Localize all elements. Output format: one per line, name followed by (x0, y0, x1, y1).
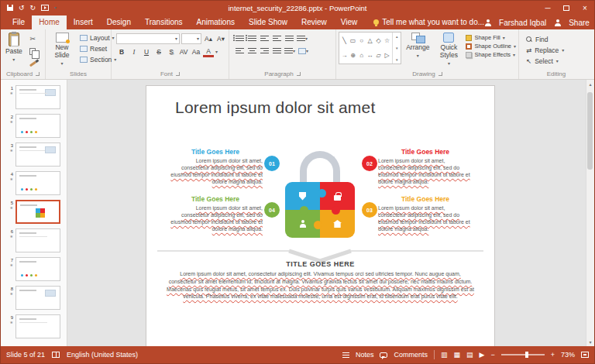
redo-icon[interactable]: ↻ (30, 5, 36, 12)
align-left-button[interactable] (234, 46, 245, 56)
zoom-out-button[interactable]: − (490, 351, 494, 359)
line-spacing-button[interactable] (284, 33, 294, 43)
copy-button[interactable] (27, 46, 39, 57)
tab-home[interactable]: Home (32, 15, 67, 29)
align-center-button[interactable] (246, 46, 257, 56)
tab-animations[interactable]: Animations (190, 15, 242, 29)
number-badge-04[interactable]: 04 (264, 202, 280, 218)
comments-button[interactable]: Comments (394, 351, 428, 359)
shrink-font-button[interactable]: A▾ (215, 34, 226, 44)
tab-view[interactable]: View (334, 15, 365, 29)
reading-view-button[interactable]: ▤ (466, 352, 473, 359)
thumbnail-slide-5-selected[interactable]: 5★ (4, 200, 67, 224)
bottom-title[interactable]: TITLE GOES HERE (146, 260, 494, 268)
justify-button[interactable] (271, 46, 282, 56)
decrease-indent-button[interactable] (259, 33, 270, 43)
text-block-top-right[interactable]: Title Goes Here Lorem ipsum dolor sit am… (378, 148, 473, 185)
number-badge-02[interactable]: 02 (362, 156, 377, 171)
text-block-bottom-left[interactable]: Title Goes Here Lorem ipsum dolor sit am… (168, 195, 263, 232)
paste-button[interactable]: Paste ▾ (3, 32, 25, 69)
shape-rectangle-icon[interactable]: ▭ (350, 37, 356, 44)
underline-button[interactable]: U (141, 47, 152, 57)
notes-button[interactable]: Notes (356, 351, 374, 359)
font-name-combobox[interactable]: ▾ (116, 33, 180, 44)
shape-star-icon[interactable]: ☆ (384, 37, 390, 44)
align-right-button[interactable] (259, 46, 270, 56)
thumbnail-slide-7[interactable]: 7★ (4, 257, 67, 281)
thumbnail-slide-2[interactable]: 2★ (4, 114, 67, 138)
shape-outline-button[interactable]: Shape Outline▾ (466, 43, 516, 50)
zoom-slider-thumb[interactable] (525, 352, 528, 358)
increase-indent-button[interactable] (271, 33, 282, 43)
slide[interactable]: Lorem ipsum dolor sit amet Title Goes He… (146, 86, 494, 347)
thumbnail-slide-6[interactable]: 6★ (4, 228, 67, 252)
paragraph-dialog-launcher-icon[interactable] (297, 72, 301, 76)
tab-slide-show[interactable]: Slide Show (242, 15, 294, 29)
number-badge-03[interactable]: 03 (362, 202, 377, 218)
grow-font-button[interactable]: A▴ (203, 34, 214, 44)
strikethrough-button[interactable]: S (153, 47, 164, 57)
padlock-puzzle-graphic[interactable] (285, 151, 355, 238)
shapes-more-icon[interactable]: ▾ (396, 57, 398, 62)
tab-transitions[interactable]: Transitions (138, 15, 190, 29)
shapes-gallery[interactable]: ╲ ▭ ○ △ ◇ ☆ → ⊕ ⌂ ↔ ▱ ▷ ▴ (339, 32, 401, 64)
arrange-button[interactable]: Arrange ▾ (404, 32, 432, 69)
font-color-button[interactable]: A (203, 46, 214, 57)
text-shadow-button[interactable]: S (166, 47, 177, 57)
slide-title[interactable]: Lorem ipsum dolor sit amet (175, 98, 375, 117)
tell-me-box[interactable]: Tell me what you want to do... (373, 18, 484, 29)
proofing-icon[interactable] (52, 352, 60, 358)
close-button[interactable]: × (576, 1, 594, 15)
italic-button[interactable]: I (129, 47, 139, 57)
font-dialog-launcher-icon[interactable] (176, 72, 180, 76)
thumbnail-slide-4[interactable]: 4★ (4, 171, 67, 195)
shape-double-arrow-icon[interactable]: ↔ (367, 52, 373, 59)
slideshow-view-button[interactable]: ▶ (480, 352, 485, 359)
fit-to-window-icon[interactable] (581, 352, 589, 358)
shapes-scroll-down-icon[interactable]: ▾ (396, 46, 398, 50)
tab-file[interactable]: File (5, 15, 32, 29)
quick-styles-button[interactable]: Quick Styles ▾ (434, 32, 463, 69)
text-block-top-left[interactable]: Title Goes Here Lorem ipsum dolor sit am… (168, 148, 263, 185)
scroll-up-icon[interactable]: ▴ (589, 81, 591, 87)
shape-ellipse-icon[interactable]: ○ (359, 37, 363, 44)
new-slide-button[interactable]: New Slide ▾ (48, 32, 76, 69)
select-button[interactable]: ↖Select▾ (526, 57, 564, 65)
character-spacing-button[interactable]: AV (178, 47, 189, 57)
font-size-combobox[interactable]: ▾ (181, 33, 201, 44)
bottom-paragraph[interactable]: Lorem ipsum dolor sit amet, consectetur … (167, 270, 474, 300)
bold-button[interactable]: B (116, 47, 127, 57)
format-painter-button[interactable] (27, 58, 39, 69)
replace-button[interactable]: ⇄Replace▾ (526, 46, 564, 54)
numbering-button[interactable] (246, 33, 257, 43)
thumbnail-slide-1[interactable]: 1★ (4, 85, 67, 109)
shape-house-icon[interactable]: ⌂ (359, 52, 363, 59)
minimize-button[interactable]: ─ (538, 1, 557, 15)
shape-effects-button[interactable]: Shape Effects▾ (466, 51, 516, 58)
thumbnail-slide-9[interactable]: 9★ (4, 314, 67, 338)
text-direction-button[interactable]: ▾ (296, 33, 308, 43)
cut-button[interactable]: ✂ (27, 33, 39, 44)
shape-fill-button[interactable]: Shape Fill▾ (466, 34, 516, 41)
language-status[interactable]: English (United States) (67, 351, 138, 359)
share-button[interactable]: Share (569, 19, 590, 27)
font-color-caret-icon[interactable]: ▾ (215, 50, 218, 54)
number-badge-01[interactable]: 01 (264, 156, 280, 171)
text-block-bottom-right[interactable]: Title Goes Here Lorem ipsum dolor sit am… (378, 195, 473, 232)
tab-review[interactable]: Review (294, 15, 334, 29)
zoom-in-button[interactable]: + (551, 351, 555, 359)
shape-triangle-icon[interactable]: △ (368, 37, 373, 44)
shape-parallelogram-icon[interactable]: ▱ (377, 52, 381, 59)
maximize-button[interactable] (557, 1, 576, 15)
drawing-dialog-launcher-icon[interactable] (439, 72, 442, 76)
shapes-scroll-up-icon[interactable]: ▴ (396, 34, 398, 39)
undo-icon[interactable]: ↺ (19, 5, 25, 12)
thumbnail-slide-3[interactable]: 3★ (4, 143, 67, 167)
change-case-button[interactable]: Aa (191, 47, 201, 57)
slide-sorter-view-button[interactable]: ▦ (454, 352, 461, 359)
thumbnail-slide-8[interactable]: 8★ (4, 286, 67, 310)
convert-smartart-button[interactable]: ▾ (298, 46, 309, 56)
shape-arrow-icon[interactable]: → (342, 52, 348, 59)
shape-line-icon[interactable]: ╲ (342, 37, 346, 44)
columns-button[interactable]: ▾ (284, 46, 296, 56)
